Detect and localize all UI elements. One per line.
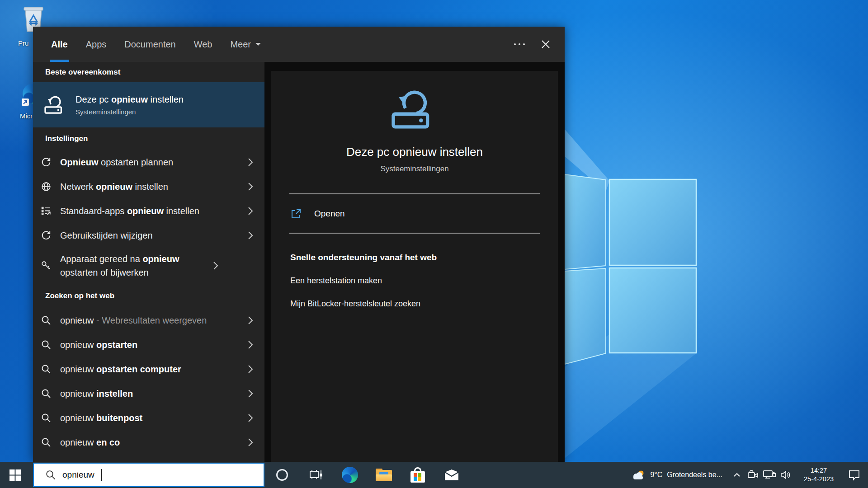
web-section-header: Zoeken op het web xyxy=(33,284,264,308)
search-flyout: Alle Apps Documenten Web Meer Beste over… xyxy=(33,27,565,462)
taskbar-clock[interactable]: 14:27 25-4-2023 xyxy=(797,466,840,483)
task-view-icon xyxy=(309,469,323,481)
globe-icon xyxy=(41,181,52,192)
clock-time: 14:27 xyxy=(797,466,840,475)
weather-text: Grotendeels be... xyxy=(667,471,722,479)
close-icon[interactable] xyxy=(540,39,551,50)
tab-alle[interactable]: Alle xyxy=(51,27,68,62)
recycle-bin-label: Pru xyxy=(18,39,28,47)
web-search-item-label: opnieuw opstarten computer xyxy=(60,362,244,376)
temperature-label: 9°C xyxy=(650,471,662,479)
chevron-right-icon[interactable] xyxy=(248,206,253,216)
search-icon xyxy=(41,437,52,448)
mail-button[interactable] xyxy=(434,462,468,488)
web-search-item-label: opnieuw - Webresultaten weergeven xyxy=(60,314,244,327)
chevron-down-icon xyxy=(255,43,261,48)
cortana-button[interactable] xyxy=(265,462,299,488)
system-tray: 9°C Grotendeels be... xyxy=(625,462,868,488)
chevron-right-icon[interactable] xyxy=(248,438,253,447)
edge-button[interactable] xyxy=(333,462,367,488)
settings-item[interactable]: Netwerk opnieuw instellen xyxy=(33,174,264,199)
shortcut-arrow-icon xyxy=(22,99,29,106)
best-match-title: Deze pc opnieuw instellen xyxy=(75,94,184,105)
more-options-icon[interactable] xyxy=(512,39,527,50)
sync-icon xyxy=(41,157,52,168)
open-command[interactable]: Openen xyxy=(271,194,558,233)
web-search-item[interactable]: opnieuw opstarten xyxy=(33,333,264,357)
store-icon xyxy=(410,467,425,483)
tab-meer[interactable]: Meer xyxy=(230,27,261,62)
start-button[interactable] xyxy=(0,462,30,488)
web-search-item-label: opnieuw instellen xyxy=(60,387,244,400)
hidden-icons-button[interactable] xyxy=(729,462,745,488)
settings-item[interactable]: Apparaat gereed na opnieuw opstarten of … xyxy=(33,248,264,284)
web-search-item[interactable]: opnieuw en co xyxy=(33,430,264,455)
file-explorer-icon xyxy=(376,469,392,481)
chevron-right-icon[interactable] xyxy=(248,182,253,191)
settings-item-label: Standaard-apps opnieuw instellen xyxy=(60,204,244,218)
chevron-right-icon[interactable] xyxy=(248,340,253,349)
taskbar-search-input[interactable]: opnieuw xyxy=(33,463,264,487)
search-tabs-bar: Alle Apps Documenten Web Meer xyxy=(33,27,565,62)
preview-link[interactable]: Een herstelstation maken xyxy=(290,276,382,286)
chevron-right-icon[interactable] xyxy=(213,261,218,270)
text-cursor xyxy=(101,469,102,481)
tab-documenten[interactable]: Documenten xyxy=(124,27,175,62)
open-command-label: Openen xyxy=(314,209,345,219)
settings-item-label: Gebruikstijden wijzigen xyxy=(60,229,244,242)
settings-item-label: Apparaat gereed na opnieuw opstarten of … xyxy=(60,252,209,279)
chevron-right-icon[interactable] xyxy=(248,231,253,240)
chevron-right-icon[interactable] xyxy=(248,158,253,167)
settings-section-header: Instellingen xyxy=(33,127,264,150)
best-match-result[interactable]: Deze pc opnieuw instellen Systeeminstell… xyxy=(33,82,264,127)
web-search-item-label: opnieuw buitenpost xyxy=(60,411,244,425)
sync-icon xyxy=(41,230,52,241)
reset-drive-icon xyxy=(389,88,440,132)
best-match-header: Beste overeenkomst xyxy=(33,62,264,82)
volume-icon xyxy=(780,470,792,480)
search-icon xyxy=(41,388,52,399)
tab-web[interactable]: Web xyxy=(194,27,212,62)
best-match-subtitle: Systeeminstellingen xyxy=(75,108,184,116)
settings-item[interactable]: Gebruikstijden wijzigen xyxy=(33,223,264,248)
task-view-button[interactable] xyxy=(299,462,333,488)
settings-item[interactable]: Opnieuw opstarten plannen xyxy=(33,150,264,174)
chevron-right-icon[interactable] xyxy=(248,413,253,422)
chevron-right-icon[interactable] xyxy=(248,365,253,374)
web-search-item[interactable]: opnieuw buitenpost xyxy=(33,406,264,430)
search-icon xyxy=(41,364,52,375)
file-explorer-button[interactable] xyxy=(367,462,401,488)
web-support-header: Snelle ondersteuning vanaf het web xyxy=(290,253,437,263)
web-search-item[interactable]: opnieuw opstarten computer xyxy=(33,357,264,381)
preview-link[interactable]: Mijn BitLocker-herstelsleutel zoeken xyxy=(290,299,420,309)
open-external-icon xyxy=(290,208,302,220)
desktop-wallpaper: Pru Micro Alle Apps Documenten Web Meer … xyxy=(0,0,868,488)
volume-button[interactable] xyxy=(778,462,794,488)
network-button[interactable] xyxy=(761,462,778,488)
reset-drive-icon xyxy=(44,95,66,115)
tab-apps[interactable]: Apps xyxy=(86,27,107,62)
mail-icon xyxy=(443,469,460,481)
meet-now-button[interactable] xyxy=(745,462,761,488)
web-search-item[interactable]: opnieuw instellen xyxy=(33,381,264,406)
store-button[interactable] xyxy=(401,462,434,488)
search-input-value: opnieuw xyxy=(62,470,94,480)
search-icon xyxy=(41,413,52,423)
meet-now-icon xyxy=(746,469,760,480)
cortana-icon xyxy=(276,469,288,481)
web-search-item[interactable]: opnieuw - Webresultaten weergeven xyxy=(33,308,264,333)
clock-date: 25-4-2023 xyxy=(797,475,840,483)
search-results-list: Beste overeenkomst Deze p xyxy=(33,62,264,462)
settings-item-label: Opnieuw opstarten plannen xyxy=(60,155,244,169)
search-icon xyxy=(41,339,52,350)
chevron-up-icon xyxy=(733,473,741,477)
weather-widget[interactable]: 9°C Grotendeels be... xyxy=(625,462,729,488)
weather-partly-cloudy-icon xyxy=(631,469,646,480)
chevron-right-icon[interactable] xyxy=(248,316,253,325)
web-search-item-label: opnieuw opstarten xyxy=(60,338,244,352)
settings-item[interactable]: Standaard-apps opnieuw instellen xyxy=(33,199,264,223)
edge-icon xyxy=(342,467,358,483)
chevron-right-icon[interactable] xyxy=(248,389,253,398)
network-icon xyxy=(763,469,776,480)
action-center-button[interactable] xyxy=(844,462,864,488)
